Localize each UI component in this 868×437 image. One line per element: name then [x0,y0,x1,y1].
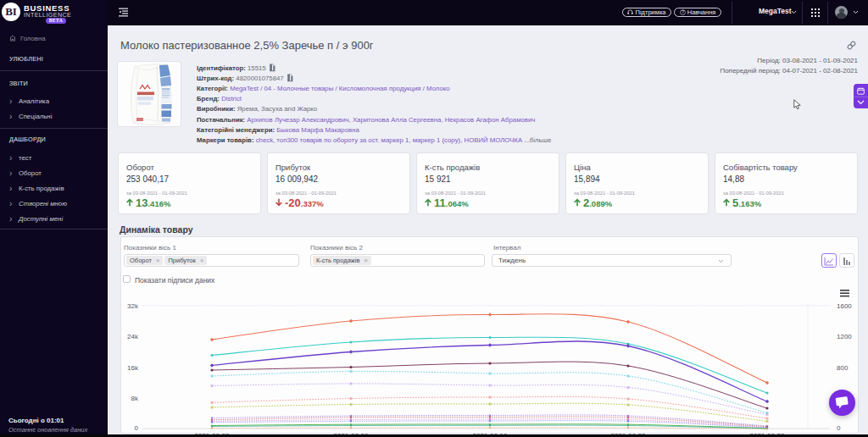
svg-text:32k: 32k [127,302,139,310]
svg-text:1600: 1600 [837,302,852,310]
svg-text:16k: 16k [127,364,139,372]
svg-text:8k: 8k [131,395,139,402]
svg-text:0: 0 [135,424,139,432]
svg-text:?: ? [682,10,684,14]
svg-text:0: 0 [837,424,841,432]
svg-text:1200: 1200 [837,333,852,340]
svg-text:800: 800 [837,364,849,372]
svg-text:24k: 24k [127,333,139,340]
